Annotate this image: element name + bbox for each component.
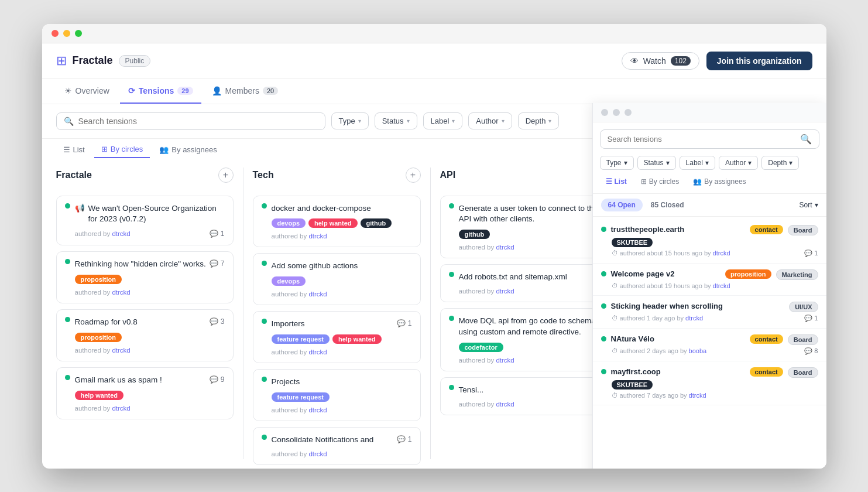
tension-card[interactable]: docker and docker-compose devops help wa… bbox=[253, 196, 421, 248]
tension-author: authored by dtrckd bbox=[459, 288, 514, 295]
panel-dot-3 bbox=[625, 109, 632, 116]
tags-row: devops bbox=[272, 276, 412, 286]
tag[interactable]: help wanted bbox=[332, 334, 382, 344]
tension-card[interactable]: Gmail mark us as spam ! 💬 9 help wanted … bbox=[56, 367, 234, 419]
tag[interactable]: feature request bbox=[272, 392, 330, 402]
circles-view-btn[interactable]: ⊞ By circles bbox=[94, 141, 150, 158]
author-filter[interactable]: Author ▾ bbox=[468, 112, 512, 129]
tension-title: Projects bbox=[272, 377, 412, 388]
tag: SKUTBEE bbox=[612, 380, 653, 390]
tag[interactable]: codefactor bbox=[459, 343, 503, 352]
tab-members[interactable]: 👤 Members 20 bbox=[204, 79, 287, 104]
add-tension-fractale[interactable]: + bbox=[218, 168, 234, 183]
list-item[interactable]: trustthepeople.earth contact Board SKUTB… bbox=[593, 219, 826, 264]
tension-card[interactable]: Move DQL api from go code to schema usin… bbox=[440, 308, 608, 371]
tension-title: Move DQL api from go code to schema usin… bbox=[459, 316, 599, 338]
panel-dot-2 bbox=[613, 109, 620, 116]
author-link[interactable]: dtrckd bbox=[308, 233, 327, 240]
tension-card[interactable]: Roadmap for v0.8 💬 3 proposition authore… bbox=[56, 309, 234, 361]
author-link[interactable]: dtrckd bbox=[308, 406, 327, 414]
tab-tensions[interactable]: ⟳ Tensions 29 bbox=[120, 79, 201, 104]
maximize-button[interactable] bbox=[75, 30, 82, 37]
status-dot bbox=[65, 317, 70, 322]
author-link[interactable]: dtrckd bbox=[496, 357, 514, 364]
tag[interactable]: help wanted bbox=[308, 218, 358, 228]
add-tension-tech[interactable]: + bbox=[406, 168, 421, 183]
tag: contact bbox=[750, 367, 783, 377]
author-link[interactable]: dtrckd bbox=[308, 450, 327, 457]
status-dot bbox=[449, 203, 454, 209]
author-link[interactable]: dtrckd bbox=[496, 288, 514, 295]
join-button[interactable]: Join this organization bbox=[706, 52, 812, 70]
panel-circles-view[interactable]: ⊞ By circles bbox=[635, 175, 685, 189]
label-filter[interactable]: Label ▾ bbox=[423, 112, 463, 129]
author-link[interactable]: dtrckd bbox=[713, 282, 730, 289]
author-link[interactable]: dtrckd bbox=[112, 289, 130, 296]
list-view-btn[interactable]: ☰ List bbox=[56, 142, 92, 158]
tag[interactable]: devops bbox=[272, 276, 306, 286]
sort-button[interactable]: Sort ▾ bbox=[799, 201, 818, 209]
depth-filter[interactable]: Depth ▾ bbox=[518, 112, 560, 129]
list-item[interactable]: NAtura Vélo contact Board ⏱ authored 2 d… bbox=[593, 329, 826, 361]
tag[interactable]: feature request bbox=[272, 334, 330, 344]
tag[interactable]: devops bbox=[272, 218, 306, 228]
panel-type-filter[interactable]: Type ▾ bbox=[600, 156, 634, 170]
panel-search-input[interactable] bbox=[608, 135, 795, 144]
chevron-down-icon: ▾ bbox=[452, 118, 455, 124]
list-item[interactable]: Sticking header when scrolling UI/UX ⏱ a… bbox=[593, 296, 826, 329]
close-button[interactable] bbox=[52, 30, 59, 37]
author-link[interactable]: dtrckd bbox=[308, 291, 327, 298]
closed-btn[interactable]: 85 Closed bbox=[644, 199, 691, 211]
author-link[interactable]: dtrckd bbox=[308, 348, 327, 356]
author-link[interactable]: dtrckd bbox=[112, 230, 130, 237]
tension-card[interactable]: Consolidate Notifications and 💬 1 author… bbox=[253, 427, 421, 465]
watch-button[interactable]: 👁 Watch 102 bbox=[622, 52, 699, 70]
tension-meta: authored by dtrckd bbox=[75, 405, 225, 412]
search-input[interactable] bbox=[78, 117, 318, 126]
tag[interactable]: github bbox=[361, 218, 392, 228]
panel-list-view[interactable]: ☰ List bbox=[600, 175, 633, 189]
assignees-icon: 👥 bbox=[693, 177, 702, 186]
panel-author-filter[interactable]: Author ▾ bbox=[719, 156, 758, 170]
panel-label-filter[interactable]: Label ▾ bbox=[680, 156, 715, 170]
col-header-api: API + bbox=[440, 168, 608, 189]
status-dot bbox=[449, 316, 454, 321]
author-link[interactable]: booba bbox=[689, 347, 707, 354]
tension-card[interactable]: Add some github actions devops authored … bbox=[253, 253, 421, 305]
tag[interactable]: help wanted bbox=[75, 391, 124, 400]
tension-card[interactable]: Rethinking how "hidden circle" works. 💬 … bbox=[56, 251, 234, 303]
open-btn[interactable]: 64 Open bbox=[601, 199, 643, 211]
panel-assignees-view[interactable]: 👥 By assignees bbox=[687, 175, 752, 189]
author-link[interactable]: dtrckd bbox=[689, 392, 706, 399]
author-link[interactable]: dtrckd bbox=[713, 250, 730, 257]
tab-overview[interactable]: ☀ Overview bbox=[56, 79, 118, 104]
chevron-down-icon: ▾ bbox=[358, 118, 361, 124]
tension-card[interactable]: Generate a user token to connect to the … bbox=[440, 196, 608, 259]
author-link[interactable]: dtrckd bbox=[496, 244, 514, 251]
assignees-view-btn[interactable]: 👥 By assignees bbox=[152, 142, 224, 158]
tags-row: devops help wanted github bbox=[272, 218, 412, 228]
tension-card[interactable]: 📢 We wan't Open-Source Organization for … bbox=[56, 196, 234, 246]
author-link[interactable]: dtrckd bbox=[112, 405, 130, 412]
tension-card[interactable]: Importers 💬 1 feature request help wante… bbox=[253, 311, 421, 363]
list-item[interactable]: mayfirst.coop contact Board SKUTBEE ⏱ au… bbox=[593, 361, 826, 405]
tag[interactable]: proposition bbox=[75, 333, 122, 342]
type-filter[interactable]: Type ▾ bbox=[331, 112, 369, 129]
tag[interactable]: github bbox=[459, 230, 490, 239]
tag[interactable]: proposition bbox=[75, 275, 122, 284]
author-link[interactable]: dtrckd bbox=[685, 315, 703, 322]
author-link[interactable]: dtrckd bbox=[112, 347, 130, 354]
tension-card[interactable]: Projects feature request authored by dtr… bbox=[253, 369, 421, 421]
tension-card[interactable]: Add robots.txt and sitemap.xml authored … bbox=[440, 264, 608, 302]
list-item[interactable]: Welcome page v2 proposition Marketing ⏱ … bbox=[593, 264, 826, 296]
tension-author: authored by dtrckd bbox=[272, 348, 327, 356]
status-filter[interactable]: Status ▾ bbox=[375, 112, 417, 129]
author-link[interactable]: dtrckd bbox=[496, 401, 514, 408]
column-fractale: Fractale + 📢 We wan't Open-Source Organi… bbox=[56, 168, 243, 459]
tension-card[interactable]: Tensi... authored by dtrckd bbox=[440, 377, 608, 415]
panel-depth-filter[interactable]: Depth ▾ bbox=[761, 156, 799, 170]
item-meta: ⏱ authored 7 days ago by dtrckd bbox=[612, 392, 706, 399]
panel-comment: 💬 1 bbox=[804, 250, 818, 257]
panel-status-filter[interactable]: Status ▾ bbox=[637, 156, 676, 170]
minimize-button[interactable] bbox=[63, 30, 70, 37]
